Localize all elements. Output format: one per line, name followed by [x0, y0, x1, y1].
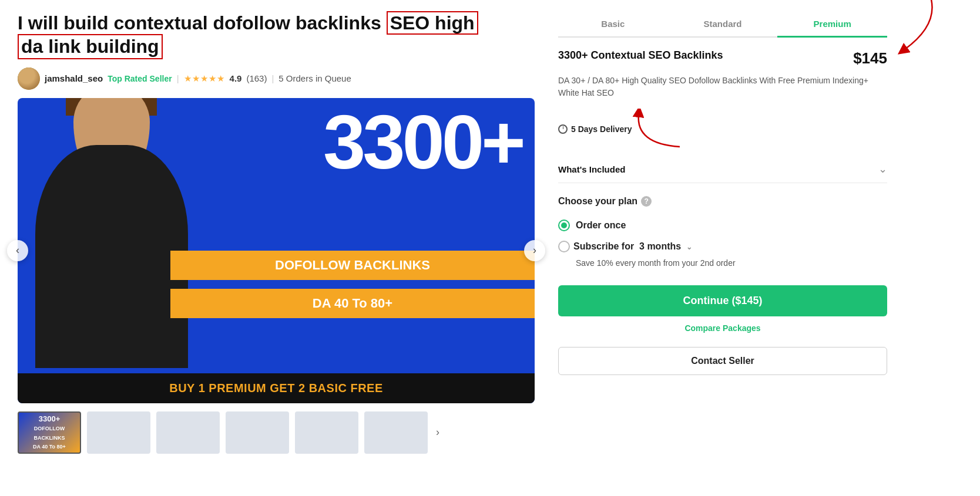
order-once-radio[interactable] — [558, 220, 570, 231]
package-tabs: Basic Standard Premium — [558, 12, 887, 38]
da-badge: DA 40 To 80+ — [170, 289, 535, 318]
plan-section-label: Choose your plan ? — [558, 196, 887, 207]
thumbnail-5[interactable] — [295, 411, 358, 454]
rating-number: 4.9 — [230, 73, 242, 83]
package-price: $145 — [853, 49, 887, 68]
red-arrow-annotation — [884, 0, 937, 61]
thumbnail-next-arrow[interactable]: › — [436, 426, 439, 438]
tab-basic[interactable]: Basic — [558, 12, 668, 38]
thumbnail-strip: 3300+DOFOLLOWBACKLINKSDA 40 To 80+ › — [18, 411, 535, 454]
prev-image-button[interactable]: ‹ — [7, 240, 28, 261]
image-container: 3300+ DOFOLLOW BACKLINKS DA 40 To 80+ BU… — [18, 98, 535, 403]
thumbnail-4[interactable] — [226, 411, 289, 454]
page-title: I will build contextual dofollow backlin… — [18, 12, 535, 59]
thumbnail-2[interactable] — [87, 411, 150, 454]
help-icon[interactable]: ? — [641, 196, 652, 207]
whats-included-row[interactable]: What's Included ⌄ — [558, 156, 887, 183]
subscribe-option[interactable]: Subscribe for 3 months ⌄ — [558, 236, 887, 257]
seller-name[interactable]: jamshald_seo — [45, 73, 103, 83]
order-once-label: Order once — [576, 220, 626, 231]
subscribe-label: Subscribe for 3 months ⌄ — [573, 241, 692, 252]
person-body — [35, 145, 188, 368]
continue-button[interactable]: Continue ($145) — [558, 285, 887, 316]
promo-bottom-text: BUY 1 PREMIUM GET 2 BASIC FREE — [18, 373, 535, 403]
plan-section: Choose your plan ? Order once Subscribe … — [558, 196, 887, 274]
thumbnail-1[interactable]: 3300+DOFOLLOWBACKLINKSDA 40 To 80+ — [18, 411, 81, 454]
package-description: DA 30+ / DA 80+ High Quality SEO Dofollo… — [558, 75, 887, 99]
main-image: 3300+ DOFOLLOW BACKLINKS DA 40 To 80+ BU… — [18, 98, 535, 403]
title-highlight-da: da link building — [18, 34, 163, 59]
seller-row: jamshald_seo Top Rated Seller | ★★★★★ 4.… — [18, 68, 535, 90]
compare-packages-link[interactable]: Compare Packages — [558, 323, 887, 333]
save-text: Save 10% every month from your 2nd order — [576, 258, 887, 274]
subscribe-radio[interactable] — [558, 241, 570, 252]
orders-queue: 5 Orders in Queue — [278, 73, 351, 83]
chevron-down-icon: ⌄ — [878, 163, 887, 176]
promo-number: 3300+ — [323, 104, 523, 180]
star-rating: ★★★★★ — [184, 73, 225, 84]
delivery-info: 5 Days Delivery — [558, 109, 887, 150]
dofollow-badge: DOFOLLOW BACKLINKS — [170, 251, 535, 280]
subscribe-chevron: ⌄ — [686, 243, 692, 251]
radio-selected-indicator — [561, 222, 567, 228]
title-part1: I will build contextual dofollow backlin… — [18, 12, 381, 33]
contact-seller-button[interactable]: Contact Seller — [558, 347, 887, 375]
order-once-option[interactable]: Order once — [558, 215, 887, 236]
tab-standard[interactable]: Standard — [668, 12, 778, 38]
subscribe-months: 3 months — [639, 241, 681, 251]
title-block: I will build contextual dofollow backlin… — [18, 12, 535, 59]
left-column: I will build contextual dofollow backlin… — [18, 12, 535, 484]
package-price-area: $145 — [853, 49, 887, 68]
next-image-button[interactable]: › — [524, 240, 545, 261]
title-highlight-seo: SEO high — [387, 11, 478, 35]
package-header: 3300+ Contextual SEO Backlinks $145 — [558, 49, 887, 68]
red-arrow-delivery — [630, 109, 683, 150]
review-count: (163) — [246, 73, 267, 83]
package-title: 3300+ Contextual SEO Backlinks — [558, 49, 723, 62]
right-column: Basic Standard Premium 3300+ Contextual … — [558, 12, 887, 484]
tab-premium[interactable]: Premium — [777, 12, 887, 38]
thumbnail-3[interactable] — [156, 411, 220, 454]
top-rated-badge: Top Rated Seller — [108, 74, 172, 83]
avatar — [18, 68, 40, 90]
whats-included-label: What's Included — [558, 164, 625, 174]
clock-icon — [558, 124, 568, 134]
subscribe-option-container[interactable]: Subscribe for 3 months ⌄ Save 10% every … — [558, 236, 887, 274]
thumbnail-6[interactable] — [364, 411, 428, 454]
